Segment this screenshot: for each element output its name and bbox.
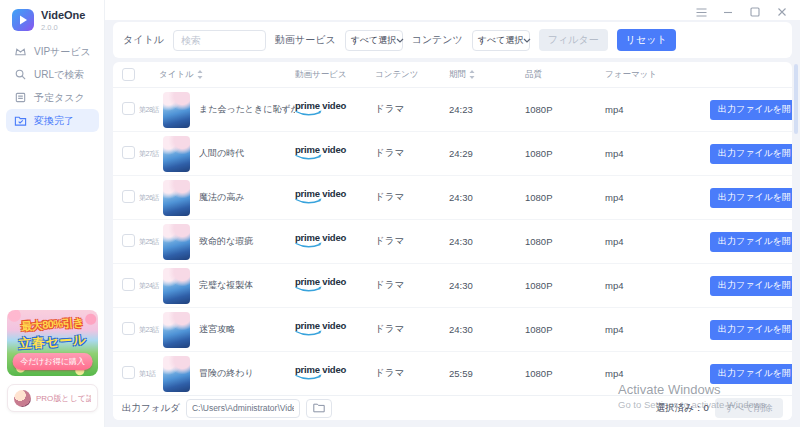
reset-button[interactable]: リセット: [617, 29, 676, 51]
sidebar-item-label: 予定タスク: [34, 91, 85, 105]
chevron-down-icon: [396, 38, 404, 43]
video-title: 完璧な複製体: [199, 279, 295, 292]
duration-value: 24:30: [449, 192, 525, 203]
sidebar: VideOne 2.0.0 VIPサービス URLで検索 予定タスク 変換完了: [0, 0, 105, 427]
table-row[interactable]: 第27話 人間の時代 prime video ドラマ 24:29 1080P m…: [113, 132, 792, 176]
prime-video-logo: prime video: [295, 322, 375, 337]
column-header-content[interactable]: コンテンツ: [375, 69, 449, 81]
open-output-file-button[interactable]: 出力ファイルを開く: [710, 188, 792, 208]
close-icon[interactable]: [776, 6, 788, 18]
video-title: 冒険の終わり: [199, 367, 295, 380]
converted-folder-icon: [14, 114, 27, 127]
prime-video-logo-text: prime video: [295, 100, 346, 111]
service-select-value: すべて選択: [351, 34, 397, 47]
sidebar-item-label: URLで検索: [34, 68, 84, 82]
episode-tag: 第27話: [139, 149, 163, 159]
quality-value: 1080P: [525, 148, 605, 159]
prime-video-logo-text: prime video: [295, 144, 346, 155]
delete-all-button[interactable]: すべて削除: [715, 398, 783, 418]
video-title: 致命的な瑕疵: [199, 235, 295, 248]
episode-tag: 第28話: [139, 105, 163, 115]
prime-smile-arrow-icon: [295, 330, 329, 337]
browse-folder-button[interactable]: [306, 399, 332, 418]
duration-value: 24:29: [449, 148, 525, 159]
filter-button[interactable]: フィルター: [539, 29, 608, 51]
minimize-icon[interactable]: [722, 6, 734, 18]
open-output-file-button[interactable]: 出力ファイルを開く: [710, 320, 792, 340]
video-title: 人間の時代: [199, 147, 295, 160]
episode-tag: 第26話: [139, 193, 163, 203]
avatar: [14, 390, 31, 407]
table-row[interactable]: 第26話 魔法の高み prime video ドラマ 24:30 1080P m…: [113, 176, 792, 220]
prime-video-logo-text: prime video: [295, 232, 346, 243]
output-path-input[interactable]: [186, 399, 300, 418]
video-title: 魔法の高み: [199, 191, 295, 204]
row-checkbox[interactable]: [122, 322, 135, 335]
account-card[interactable]: PRO版として認証...: [7, 384, 98, 412]
prime-video-logo: prime video: [295, 146, 375, 161]
table-row[interactable]: 第25話 致命的な瑕疵 prime video ドラマ 24:30 1080P …: [113, 220, 792, 264]
format-value: mp4: [605, 192, 710, 203]
sidebar-item-converted[interactable]: 変換完了: [6, 109, 99, 132]
column-header-service[interactable]: 動画サービス: [295, 69, 375, 81]
sidebar-item-vip-service[interactable]: VIPサービス: [6, 40, 99, 63]
service-select[interactable]: すべて選択: [345, 30, 403, 51]
sort-icon[interactable]: [197, 70, 203, 79]
row-checkbox[interactable]: [122, 234, 135, 247]
scrollbar[interactable]: [794, 64, 798, 134]
open-output-file-button[interactable]: 出力ファイルを開く: [710, 144, 792, 164]
row-checkbox[interactable]: [122, 190, 135, 203]
open-output-file-button[interactable]: 出力ファイルを開く: [710, 364, 792, 384]
format-value: mp4: [605, 236, 710, 247]
table-row[interactable]: 第1話 冒険の終わり prime video ドラマ 25:59 1080P m…: [113, 352, 792, 396]
row-checkbox[interactable]: [122, 102, 135, 115]
quality-value: 1080P: [525, 280, 605, 291]
maximize-icon[interactable]: [749, 6, 761, 18]
video-thumbnail: [163, 268, 190, 304]
column-header-format[interactable]: フォーマット: [605, 69, 710, 81]
table-row[interactable]: 第24話 完璧な複製体 prime video ドラマ 24:30 1080P …: [113, 264, 792, 308]
filter-bar: タイトル 動画サービス すべて選択 コンテンツ すべて選択 フィルター リセット: [113, 22, 792, 58]
video-thumbnail: [163, 356, 190, 392]
format-value: mp4: [605, 148, 710, 159]
table-row[interactable]: 第28話 また会ったときに恥ずかしいか... prime video ドラマ 2…: [113, 88, 792, 132]
format-value: mp4: [605, 104, 710, 115]
title-search-input[interactable]: [173, 30, 266, 51]
prime-video-logo: prime video: [295, 278, 375, 293]
video-thumbnail: [163, 136, 190, 172]
prime-video-logo-text: prime video: [295, 320, 346, 331]
app-version: 2.0.0: [41, 23, 85, 32]
sidebar-item-url-search[interactable]: URLで検索: [6, 63, 99, 86]
results-table: タイトル 動画サービス コンテンツ 期間 品質 フォーマット: [113, 62, 792, 420]
row-checkbox[interactable]: [122, 366, 135, 379]
episode-tag: 第1話: [139, 369, 163, 379]
open-output-file-button[interactable]: 出力ファイルを開く: [710, 232, 792, 252]
quality-value: 1080P: [525, 192, 605, 203]
promo-buy-button[interactable]: 今だけお得に購入: [12, 353, 93, 370]
duration-value: 24:30: [449, 280, 525, 291]
quality-value: 1080P: [525, 236, 605, 247]
prime-video-logo-text: prime video: [295, 276, 346, 287]
prime-video-logo-text: prime video: [295, 364, 346, 375]
table-row[interactable]: 第23話 迷宮攻略 prime video ドラマ 24:30 1080P mp…: [113, 308, 792, 352]
prime-smile-arrow-icon: [295, 374, 329, 381]
account-status-label: PRO版として認証...: [36, 393, 91, 404]
menu-icon[interactable]: [695, 6, 707, 18]
sidebar-item-label: VIPサービス: [34, 45, 91, 59]
content-filter-label: コンテンツ: [412, 33, 463, 47]
promo-banner[interactable]: 最大80%引き 立春セール 今だけお得に購入: [7, 310, 98, 376]
sort-icon[interactable]: [469, 70, 475, 79]
row-checkbox[interactable]: [122, 146, 135, 159]
open-output-file-button[interactable]: 出力ファイルを開く: [710, 100, 792, 120]
column-header-duration[interactable]: 期間: [449, 69, 466, 81]
row-checkbox[interactable]: [122, 278, 135, 291]
select-all-checkbox[interactable]: [122, 68, 135, 81]
open-output-file-button[interactable]: 出力ファイルを開く: [710, 276, 792, 296]
video-title: 迷宮攻略: [199, 323, 295, 336]
column-header-quality[interactable]: 品質: [525, 69, 605, 81]
video-title: また会ったときに恥ずかしいか...: [199, 103, 295, 116]
content-select[interactable]: すべて選択: [472, 30, 530, 51]
format-value: mp4: [605, 368, 710, 379]
column-header-title[interactable]: タイトル: [159, 69, 194, 81]
sidebar-item-scheduled-tasks[interactable]: 予定タスク: [6, 86, 99, 109]
